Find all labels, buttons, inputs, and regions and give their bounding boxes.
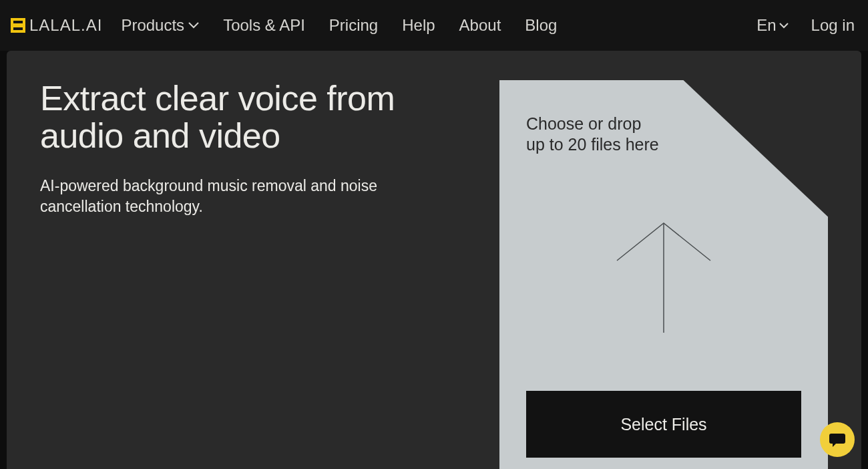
upload-dropzone[interactable]: Choose or drop up to 20 files here Selec… — [499, 80, 828, 469]
login-label: Log in — [811, 16, 855, 34]
nav-about-label: About — [459, 16, 501, 35]
nav-help-label: Help — [402, 16, 435, 35]
nav-blog[interactable]: Blog — [525, 16, 557, 35]
chevron-down-icon — [188, 22, 199, 29]
nav-products[interactable]: Products — [121, 16, 199, 35]
nav-tools-label: Tools & API — [223, 16, 305, 35]
nav-pricing-label: Pricing — [329, 16, 378, 35]
hero-subtitle: AI-powered background music removal and … — [40, 176, 387, 217]
chat-fab[interactable] — [820, 422, 855, 457]
hero-title: Extract clear voice from audio and video — [40, 80, 421, 154]
hero-panel: Extract clear voice from audio and video… — [7, 51, 861, 469]
logo-text: LALAL.AI — [29, 16, 102, 35]
logo[interactable]: LALAL.AI — [11, 16, 102, 35]
language-label: En — [756, 16, 776, 35]
hero-copy: Extract clear voice from audio and video… — [40, 80, 421, 469]
nav-products-label: Products — [121, 16, 184, 35]
nav-blog-label: Blog — [525, 16, 557, 35]
chat-icon — [829, 432, 846, 448]
nav-help[interactable]: Help — [402, 16, 435, 35]
logo-icon — [11, 18, 25, 33]
main-nav: Products Tools & API Pricing Help About … — [121, 16, 557, 35]
nav-tools[interactable]: Tools & API — [223, 16, 305, 35]
nav-pricing[interactable]: Pricing — [329, 16, 378, 35]
upload-instruction: Choose or drop up to 20 files here — [526, 114, 660, 156]
language-switch[interactable]: En — [756, 16, 788, 35]
login-link[interactable]: Log in — [811, 16, 855, 35]
upload-area-wrap: Choose or drop up to 20 files here Selec… — [499, 80, 828, 469]
nav-about[interactable]: About — [459, 16, 501, 35]
header-right: En Log in — [756, 16, 855, 35]
chevron-down-icon — [779, 23, 789, 29]
app-header: LALAL.AI Products Tools & API Pricing He… — [0, 0, 868, 51]
upload-arrow-icon — [610, 220, 717, 334]
select-files-button[interactable]: Select Files — [526, 391, 801, 458]
